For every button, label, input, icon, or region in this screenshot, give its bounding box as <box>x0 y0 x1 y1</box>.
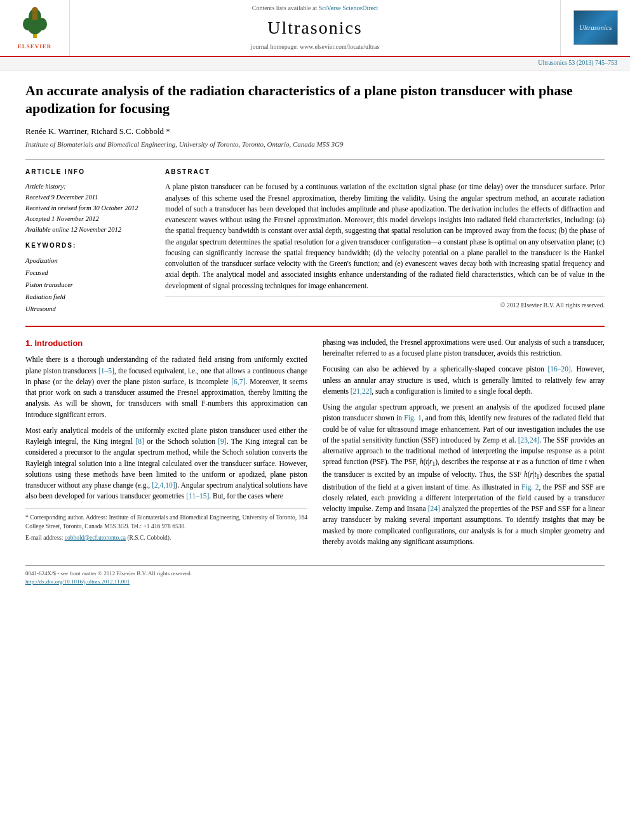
ref-fig2[interactable]: Fig. 2 <box>521 483 539 491</box>
journal-logo-box: Ultrasonics <box>560 0 630 56</box>
available-date: Available online 12 November 2012 <box>25 225 152 236</box>
journal-name: Ultrasonics <box>267 15 363 40</box>
intro-section-title: 1. Introduction <box>25 337 307 350</box>
authors-text: Renée K. Warriner, Richard S.C. Cobbold … <box>25 126 170 136</box>
abstract-header: ABSTRACT <box>165 168 605 177</box>
body-two-col: 1. Introduction While there is a thoroug… <box>25 337 605 552</box>
ref-2-4-10[interactable]: [2,4,10] <box>152 481 175 489</box>
intro-p1: While there is a thorough understanding … <box>25 354 307 420</box>
authors: Renée K. Warriner, Richard S.C. Cobbold … <box>25 126 605 137</box>
intro-right-p1: phasing was included, the Fresnel approx… <box>323 337 605 359</box>
footer-doi-link[interactable]: http://dx.doi.org/10.1016/j.ultras.2012.… <box>25 578 130 585</box>
body-col-left: 1. Introduction While there is a thoroug… <box>25 337 307 552</box>
footnote-email-link[interactable]: cobbold@ecf.utoronto.ca <box>65 535 126 541</box>
article-meta-section: ARTICLE INFO Article history: Received 9… <box>25 159 605 315</box>
footnote-email-line: E-mail address: cobbold@ecf.utoronto.ca … <box>25 533 307 542</box>
journal-header: ELSEVIER Contents lists available at Sci… <box>0 0 630 57</box>
article-history: Article history: Received 9 December 201… <box>25 182 152 235</box>
page-container: ELSEVIER Contents lists available at Sci… <box>0 0 630 598</box>
ref-6-7[interactable]: [6,7] <box>231 378 245 385</box>
sciverse-link[interactable]: SciVerse ScienceDirect <box>319 4 379 11</box>
volume-info-bar: Ultrasonics 53 (2013) 745–753 <box>0 57 630 70</box>
ref-11-15[interactable]: [11–15] <box>186 492 209 500</box>
article-info-header: ARTICLE INFO <box>25 168 152 177</box>
elsevier-logo-box: ELSEVIER <box>0 0 70 56</box>
analyzed-text: analyzed <box>442 505 468 512</box>
sciverse-line: Contents lists available at SciVerse Sci… <box>252 4 379 13</box>
accepted-date: Accepted 1 November 2012 <box>25 214 152 225</box>
ref-24[interactable]: [24] <box>428 505 440 512</box>
history-header: Article history: <box>25 182 152 192</box>
svg-point-6 <box>32 7 38 13</box>
keyword-2: Focused <box>25 267 152 279</box>
journal-logo-img: Ultrasonics <box>573 10 618 45</box>
keywords-section: Keywords: Apodization Focused Piston tra… <box>25 241 152 315</box>
keywords-header: Keywords: <box>25 241 152 250</box>
keywords-list: Apodization Focused Piston transducer Ra… <box>25 255 152 315</box>
body-text-right: phasing was included, the Fresnel approx… <box>323 337 605 547</box>
journal-homepage: journal homepage: www.elsevier.com/locat… <box>251 43 380 51</box>
page-footer: 0041-624X/$ - see front matter © 2012 El… <box>25 565 605 585</box>
sciverse-text: Contents lists available at <box>252 4 317 11</box>
keyword-3: Piston transducer <box>25 279 152 291</box>
abstract-col: ABSTRACT A plane piston transducer can b… <box>165 168 605 315</box>
star-note: * Corresponding author. Address: Institu… <box>25 513 307 531</box>
received-revised: Received in revised form 30 October 2012 <box>25 203 152 214</box>
svg-rect-7 <box>32 13 37 20</box>
ref-23-24[interactable]: [23,24] <box>518 436 540 444</box>
journal-center: Contents lists available at SciVerse Sci… <box>70 0 560 56</box>
ref-8[interactable]: [8] <box>136 437 144 445</box>
keyword-1: Apodization <box>25 255 152 267</box>
footnote-section: * Corresponding author. Address: Institu… <box>25 509 307 543</box>
intro-right-p3: Using the angular spectrum approach, we … <box>323 402 605 547</box>
footer-doi: http://dx.doi.org/10.1016/j.ultras.2012.… <box>25 578 605 586</box>
article-title: An accurate analysis of the radiation ch… <box>25 82 605 118</box>
ref-9[interactable]: [9] <box>218 437 226 445</box>
ref-1-5[interactable]: [1–5] <box>98 367 114 375</box>
footer-issn: 0041-624X/$ - see front matter © 2012 El… <box>25 570 605 578</box>
ref-16-20[interactable]: [16–20] <box>547 365 570 373</box>
body-text-left: While there is a thorough understanding … <box>25 354 307 502</box>
article-info-col: ARTICLE INFO Article history: Received 9… <box>25 168 152 315</box>
keyword-5: Ultrasound <box>25 303 152 316</box>
body-section: 1. Introduction While there is a thoroug… <box>25 326 605 552</box>
body-col-right: phasing was included, the Fresnel approx… <box>323 337 605 552</box>
intro-right-p2: Focusing can also be achieved by a spher… <box>323 364 605 397</box>
footnote-email-name: (R.S.C. Cobbold). <box>127 535 171 541</box>
main-content: An accurate analysis of the radiation ch… <box>0 70 630 599</box>
volume-info-text: Ultrasonics 53 (2013) 745–753 <box>538 58 617 67</box>
abstract-text: A plane piston transducer can be focused… <box>165 182 605 291</box>
intro-p2: Most early analytical models of the unif… <box>25 425 307 502</box>
copyright-line: © 2012 Elsevier B.V. All rights reserved… <box>165 297 605 310</box>
elsevier-logo-icon <box>16 5 54 40</box>
ref-21-22[interactable]: [21,22] <box>351 387 372 395</box>
keyword-4: Radiation field <box>25 291 152 303</box>
ref-fig1[interactable]: Fig. 1 <box>404 414 421 422</box>
affiliation: Institute of Biomaterials and Biomedical… <box>25 140 605 149</box>
footnote-email-label: E-mail address: <box>25 535 63 541</box>
elsevier-label: ELSEVIER <box>18 43 52 51</box>
received-1: Received 9 December 2011 <box>25 192 152 203</box>
